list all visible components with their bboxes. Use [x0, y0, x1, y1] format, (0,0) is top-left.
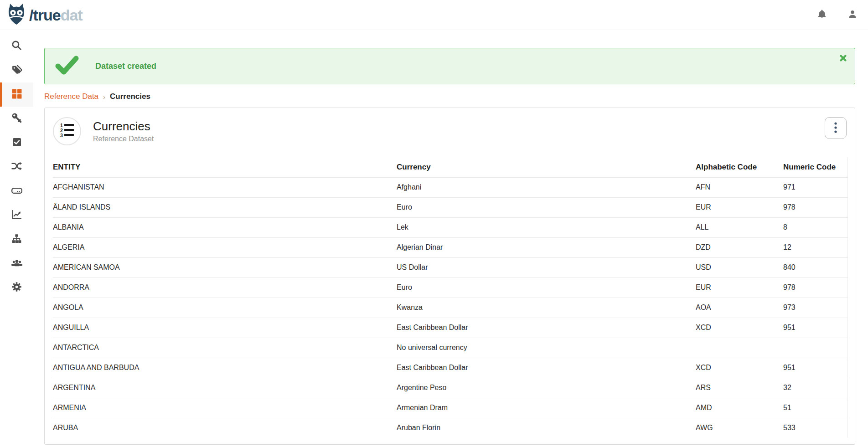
cell-alphabetic-code: USD — [696, 257, 783, 277]
cell-alphabetic-code: EUR — [696, 277, 783, 298]
sidebar-item-structure[interactable] — [0, 227, 33, 252]
table-row[interactable]: ARUBA Aruban Florin AWG 533 — [53, 418, 847, 438]
user-menu-button[interactable] — [847, 9, 858, 21]
cell-currency: US Dollar — [397, 257, 696, 277]
table-row[interactable]: ANTARCTICA No universal currency — [53, 338, 847, 358]
dataset-icon-circle: 123 — [53, 117, 81, 145]
bell-icon — [816, 9, 827, 21]
cell-entity: AFGHANISTAN — [53, 177, 397, 197]
sidebar-item-lineage[interactable] — [0, 155, 33, 179]
cell-currency: East Caribbean Dollar — [397, 318, 696, 338]
sidebar-item-quality[interactable] — [0, 131, 33, 155]
sidebar-item-settings[interactable] — [0, 276, 33, 300]
cell-entity: ANGOLA — [53, 298, 397, 318]
table-row[interactable]: AFGHANISTAN Afghani AFN 971 — [53, 177, 847, 197]
numbered-list-icon: 123 — [59, 122, 75, 140]
sidebar-item-users[interactable] — [0, 252, 33, 276]
sidebar-item-search[interactable] — [0, 34, 33, 58]
cell-entity: ÅLAND ISLANDS — [53, 197, 397, 217]
cell-numeric-code: 533 — [783, 418, 847, 438]
cell-entity: ALGERIA — [53, 237, 397, 257]
breadcrumb-reference-data[interactable]: Reference Data — [44, 92, 98, 101]
cell-currency: Algerian Dinar — [397, 237, 696, 257]
banner-close-button[interactable] — [838, 53, 848, 65]
table-row[interactable]: AMERICAN SAMOA US Dollar USD 840 — [53, 257, 847, 277]
cell-alphabetic-code: ALL — [696, 217, 783, 237]
users-icon — [11, 257, 23, 271]
cell-numeric-code: 978 — [783, 277, 847, 298]
cell-currency: East Caribbean Dollar — [397, 358, 696, 378]
cell-numeric-code: 951 — [783, 318, 847, 338]
table-row[interactable]: ALGERIA Algerian Dinar DZD 12 — [53, 237, 847, 257]
main-content: Dataset created Reference Data › Currenc… — [33, 30, 868, 447]
cell-entity: ANTIGUA AND BARBUDA — [53, 358, 397, 378]
cell-entity: AMERICAN SAMOA — [53, 257, 397, 277]
key-icon — [11, 112, 22, 125]
user-icon — [847, 9, 858, 21]
column-header-alphabetic-code[interactable]: Alphabetic Code — [696, 157, 783, 177]
table-header-row: ENTITY Currency Alphabetic Code Numeric … — [53, 157, 847, 177]
cell-alphabetic-code: ARS — [696, 378, 783, 398]
kebab-menu-icon — [834, 122, 837, 135]
cell-currency: Lek — [397, 217, 696, 237]
sidebar-nav — [0, 30, 33, 447]
cell-alphabetic-code: EUR — [696, 197, 783, 217]
currencies-table: ENTITY Currency Alphabetic Code Numeric … — [53, 157, 848, 438]
cell-entity: ARUBA — [53, 418, 397, 438]
sidebar-item-systems[interactable] — [0, 179, 33, 203]
cell-currency: Aruban Florin — [397, 418, 696, 438]
shuffle-icon — [11, 160, 22, 174]
table-row[interactable]: ARGENTINA Argentine Peso ARS 32 — [53, 378, 847, 398]
table-row[interactable]: ALBANIA Lek ALL 8 — [53, 217, 847, 237]
drive-icon — [11, 185, 23, 198]
cell-entity: ANDORRA — [53, 277, 397, 298]
check-icon — [55, 55, 79, 77]
cell-alphabetic-code — [696, 338, 783, 358]
table-row[interactable]: ANGUILLA East Caribbean Dollar XCD 951 — [53, 318, 847, 338]
table-row[interactable]: ANTIGUA AND BARBUDA East Caribbean Dolla… — [53, 358, 847, 378]
close-icon — [840, 56, 847, 63]
cell-entity: ANGUILLA — [53, 318, 397, 338]
cell-numeric-code: 951 — [783, 358, 847, 378]
breadcrumb: Reference Data › Currencies — [44, 92, 855, 101]
cell-numeric-code: 32 — [783, 378, 847, 398]
check-square-icon — [11, 137, 22, 149]
column-header-currency[interactable]: Currency — [397, 157, 696, 177]
column-header-entity[interactable]: ENTITY — [53, 157, 397, 177]
chart-line-icon — [11, 209, 22, 222]
cell-currency: Armenian Dram — [397, 398, 696, 418]
table-row[interactable]: ÅLAND ISLANDS Euro EUR 978 — [53, 197, 847, 217]
svg-text:3: 3 — [60, 133, 63, 138]
breadcrumb-separator-icon: › — [103, 93, 105, 101]
cell-numeric-code: 8 — [783, 217, 847, 237]
cell-numeric-code — [783, 338, 847, 358]
table-row[interactable]: ARMENIA Armenian Dram AMD 51 — [53, 398, 847, 418]
cell-currency: Afghani — [397, 177, 696, 197]
grid-icon — [11, 88, 22, 101]
sidebar-item-analytics[interactable] — [0, 203, 33, 227]
top-header: /truedat — [0, 0, 868, 30]
brand-logo[interactable]: /truedat — [6, 3, 83, 27]
cell-alphabetic-code: XCD — [696, 318, 783, 338]
sidebar-item-tags[interactable] — [0, 58, 33, 82]
column-header-numeric-code[interactable]: Numeric Code — [783, 157, 847, 177]
sidebar-item-keys[interactable] — [0, 107, 33, 131]
cell-numeric-code: 978 — [783, 197, 847, 217]
search-icon — [11, 40, 22, 53]
card-menu-button[interactable] — [825, 117, 847, 139]
tags-icon — [11, 64, 22, 77]
cell-alphabetic-code: XCD — [696, 358, 783, 378]
cell-numeric-code: 971 — [783, 177, 847, 197]
table-row[interactable]: ANGOLA Kwanza AOA 973 — [53, 298, 847, 318]
table-row[interactable]: ANDORRA Euro EUR 978 — [53, 277, 847, 298]
page-subtitle: Reference Dataset — [93, 135, 154, 143]
cell-alphabetic-code: AMD — [696, 398, 783, 418]
cell-alphabetic-code: AWG — [696, 418, 783, 438]
sidebar-item-datasets[interactable] — [0, 82, 33, 107]
cell-entity: ARGENTINA — [53, 378, 397, 398]
dataset-card: 123 Currencies Reference Dataset — [44, 108, 855, 445]
notifications-button[interactable] — [816, 9, 827, 21]
cell-numeric-code: 51 — [783, 398, 847, 418]
cell-entity: ALBANIA — [53, 217, 397, 237]
cell-currency: Kwanza — [397, 298, 696, 318]
